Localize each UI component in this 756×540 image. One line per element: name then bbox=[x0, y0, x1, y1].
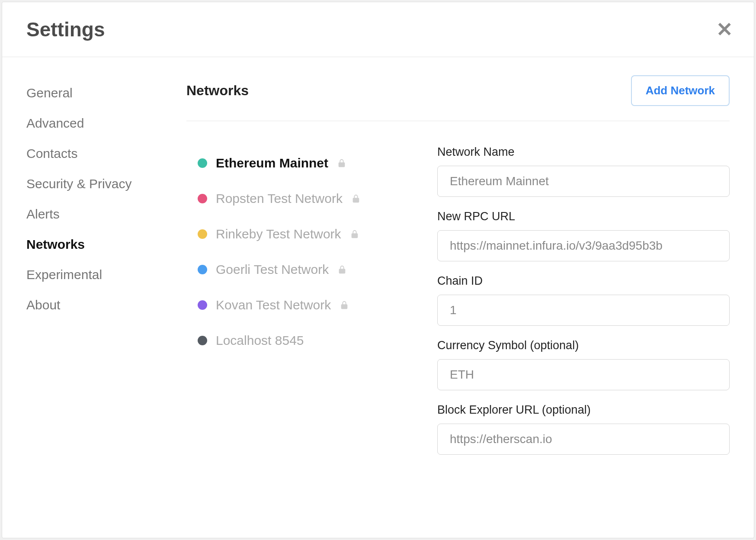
close-icon[interactable]: ✕ bbox=[716, 19, 733, 39]
chain-id-label: Chain ID bbox=[437, 274, 730, 288]
network-color-dot bbox=[198, 336, 207, 345]
network-form: Network Name New RPC URL Chain ID Curren… bbox=[437, 145, 730, 538]
sidebar-item-general[interactable]: General bbox=[26, 78, 162, 108]
network-name-label: Ethereum Mainnet bbox=[216, 156, 328, 170]
network-name-label: Ropsten Test Network bbox=[216, 191, 343, 206]
network-item[interactable]: Localhost 8545 bbox=[186, 323, 411, 358]
sidebar-item-security-privacy[interactable]: Security & Privacy bbox=[26, 169, 162, 199]
network-list: Ethereum MainnetRopsten Test NetworkRink… bbox=[186, 145, 411, 538]
block-explorer-label: Block Explorer URL (optional) bbox=[437, 403, 730, 417]
network-color-dot bbox=[198, 229, 207, 239]
rpc-url-input[interactable] bbox=[437, 230, 730, 261]
currency-symbol-label: Currency Symbol (optional) bbox=[437, 339, 730, 352]
settings-main: Networks Add Network Ethereum MainnetRop… bbox=[162, 57, 754, 538]
lock-icon bbox=[350, 229, 359, 239]
main-header: Networks Add Network bbox=[186, 75, 730, 121]
sidebar-item-contacts[interactable]: Contacts bbox=[26, 138, 162, 169]
network-name-label: Rinkeby Test Network bbox=[216, 227, 341, 241]
sidebar-item-networks[interactable]: Networks bbox=[26, 229, 162, 260]
lock-icon bbox=[340, 300, 349, 310]
add-network-button[interactable]: Add Network bbox=[631, 75, 730, 106]
network-name-label: Goerli Test Network bbox=[216, 262, 329, 277]
network-color-dot bbox=[198, 300, 207, 310]
network-name-label: Network Name bbox=[437, 145, 730, 159]
sidebar-item-about[interactable]: About bbox=[26, 290, 162, 320]
sidebar-item-advanced[interactable]: Advanced bbox=[26, 108, 162, 138]
networks-content: Ethereum MainnetRopsten Test NetworkRink… bbox=[186, 121, 730, 538]
network-color-dot bbox=[198, 265, 207, 274]
network-name-input[interactable] bbox=[437, 166, 730, 197]
section-title: Networks bbox=[186, 83, 249, 99]
page-title: Settings bbox=[26, 18, 105, 41]
settings-window: Settings ✕ GeneralAdvancedContactsSecuri… bbox=[2, 2, 754, 538]
settings-body: GeneralAdvancedContactsSecurity & Privac… bbox=[2, 57, 754, 538]
lock-icon bbox=[337, 158, 346, 168]
currency-symbol-input[interactable] bbox=[437, 359, 730, 390]
network-color-dot bbox=[198, 194, 207, 203]
chain-id-input[interactable] bbox=[437, 295, 730, 326]
network-color-dot bbox=[198, 158, 207, 168]
sidebar-item-alerts[interactable]: Alerts bbox=[26, 199, 162, 229]
network-item[interactable]: Ethereum Mainnet bbox=[186, 145, 411, 181]
network-name-label: Kovan Test Network bbox=[216, 298, 331, 312]
settings-sidebar: GeneralAdvancedContactsSecurity & Privac… bbox=[2, 57, 162, 538]
lock-icon bbox=[351, 194, 361, 203]
rpc-url-label: New RPC URL bbox=[437, 210, 730, 223]
block-explorer-input[interactable] bbox=[437, 424, 730, 455]
network-name-label: Localhost 8545 bbox=[216, 333, 304, 348]
settings-header: Settings ✕ bbox=[2, 2, 754, 57]
sidebar-item-experimental[interactable]: Experimental bbox=[26, 260, 162, 290]
network-item[interactable]: Ropsten Test Network bbox=[186, 181, 411, 216]
lock-icon bbox=[337, 265, 347, 274]
network-item[interactable]: Goerli Test Network bbox=[186, 252, 411, 287]
network-item[interactable]: Rinkeby Test Network bbox=[186, 216, 411, 252]
network-item[interactable]: Kovan Test Network bbox=[186, 287, 411, 323]
